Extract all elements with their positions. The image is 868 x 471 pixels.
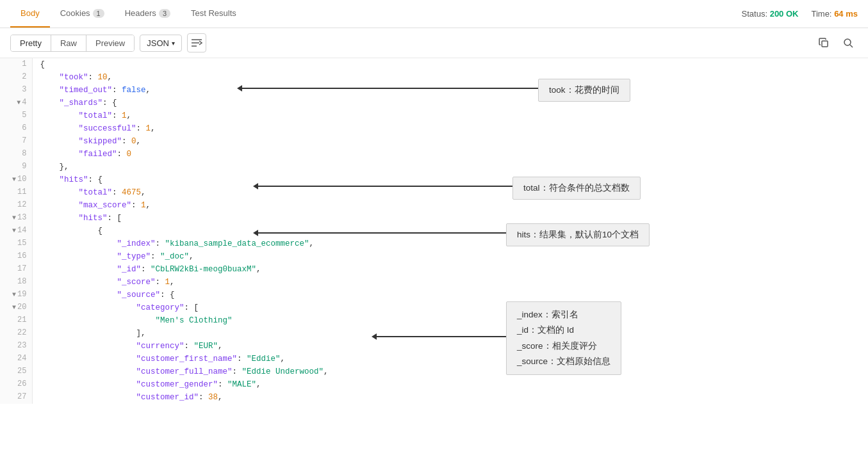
tab-body[interactable]: Body bbox=[10, 0, 50, 28]
line-content: "_index": "kibana_sample_data_ecommerce"… bbox=[32, 237, 868, 250]
line-number: ▼19 bbox=[0, 289, 32, 301]
copy-icon bbox=[819, 38, 829, 48]
line-content: "_type": "_doc", bbox=[32, 250, 868, 263]
line-content: }, bbox=[32, 161, 868, 173]
tab-headers[interactable]: Headers 3 bbox=[115, 0, 181, 28]
code-table: 1{2 "took": 10,3 "timed_out": false,▼4 "… bbox=[0, 58, 868, 404]
line-number: 12 bbox=[0, 199, 32, 212]
line-number: 11 bbox=[0, 186, 32, 199]
tab-cookies-label: Cookies bbox=[60, 8, 90, 18]
collapse-arrow[interactable]: ▼ bbox=[12, 227, 16, 234]
status-bar: Status: 200 OK Time: 64 ms bbox=[742, 9, 858, 19]
chevron-down-icon: ▾ bbox=[172, 40, 175, 47]
line-content: "failed": 0 bbox=[32, 148, 868, 161]
svg-point-4 bbox=[844, 39, 851, 45]
line-content: "_score": 1, bbox=[32, 276, 868, 289]
line-number: 5 bbox=[0, 109, 32, 122]
line-content: "_shards": { bbox=[32, 97, 868, 109]
line-number: 2 bbox=[0, 71, 32, 84]
collapse-arrow[interactable]: ▼ bbox=[12, 291, 16, 298]
line-content: ], bbox=[32, 327, 868, 340]
tab-bar: Body Cookies 1 Headers 3 Test Results St… bbox=[0, 0, 868, 28]
line-number: 17 bbox=[0, 263, 32, 276]
line-number: 1 bbox=[0, 58, 32, 71]
wrap-button[interactable] bbox=[187, 33, 206, 52]
time-value: 64 ms bbox=[834, 9, 858, 19]
line-number: 24 bbox=[0, 353, 32, 365]
table-row: 16 "_type": "_doc", bbox=[0, 250, 868, 263]
line-number: 18 bbox=[0, 276, 32, 289]
app-container: Body Cookies 1 Headers 3 Test Results St… bbox=[0, 0, 868, 471]
table-row: 5 "total": 1, bbox=[0, 109, 868, 122]
format-select[interactable]: JSON ▾ bbox=[140, 35, 182, 52]
wrap-icon bbox=[191, 38, 202, 47]
raw-button[interactable]: Raw bbox=[51, 35, 86, 51]
headers-badge: 3 bbox=[159, 9, 170, 18]
main-content: 1{2 "took": 10,3 "timed_out": false,▼4 "… bbox=[0, 58, 868, 471]
status-value: 200 OK bbox=[770, 9, 799, 19]
tab-test-results[interactable]: Test Results bbox=[181, 0, 247, 28]
line-number: 21 bbox=[0, 314, 32, 327]
collapse-arrow[interactable]: ▼ bbox=[12, 304, 16, 311]
table-row: 24 "customer_first_name": "Eddie", bbox=[0, 353, 868, 365]
search-button[interactable] bbox=[839, 33, 858, 52]
time-label: Time: bbox=[811, 9, 831, 19]
preview-button[interactable]: Preview bbox=[86, 35, 134, 51]
tab-test-results-label: Test Results bbox=[191, 8, 236, 18]
table-row: 22 ], bbox=[0, 327, 868, 340]
status-label: Status: bbox=[742, 9, 767, 19]
line-number: 27 bbox=[0, 391, 32, 404]
line-content: "successful": 1, bbox=[32, 122, 868, 135]
line-number: 15 bbox=[0, 237, 32, 250]
table-row: ▼20 "category": [ bbox=[0, 301, 868, 314]
table-row: 15 "_index": "kibana_sample_data_ecommer… bbox=[0, 237, 868, 250]
table-row: 8 "failed": 0 bbox=[0, 148, 868, 161]
copy-button[interactable] bbox=[814, 33, 833, 52]
line-content: "Men's Clothing" bbox=[32, 314, 868, 327]
line-content: "customer_first_name": "Eddie", bbox=[32, 353, 868, 365]
line-number: 26 bbox=[0, 378, 32, 391]
collapse-arrow[interactable]: ▼ bbox=[17, 99, 20, 106]
table-row: 18 "_score": 1, bbox=[0, 276, 868, 289]
table-row: 7 "skipped": 0, bbox=[0, 135, 868, 148]
line-content: "_source": { bbox=[32, 289, 868, 301]
search-icon bbox=[843, 38, 853, 48]
table-row: 3 "timed_out": false, bbox=[0, 84, 868, 97]
collapse-arrow[interactable]: ▼ bbox=[12, 176, 16, 183]
line-content: "customer_id": 38, bbox=[32, 391, 868, 404]
tab-cookies[interactable]: Cookies 1 bbox=[50, 0, 115, 28]
table-row: 12 "max_score": 1, bbox=[0, 199, 868, 212]
line-number: 9 bbox=[0, 161, 32, 173]
line-number: 6 bbox=[0, 122, 32, 135]
table-row: 1{ bbox=[0, 58, 868, 71]
table-row: 17 "_id": "CbLRW2kBi-meog0buaxM", bbox=[0, 263, 868, 276]
line-content: "customer_gender": "MALE", bbox=[32, 378, 868, 391]
view-mode-group: Pretty Raw Preview bbox=[10, 35, 135, 52]
line-number: ▼20 bbox=[0, 301, 32, 314]
line-content: "hits": [ bbox=[32, 212, 868, 225]
line-content: "max_score": 1, bbox=[32, 199, 868, 212]
svg-line-5 bbox=[850, 45, 853, 47]
table-row: ▼19 "_source": { bbox=[0, 289, 868, 301]
line-number: ▼13 bbox=[0, 212, 32, 225]
line-number: 23 bbox=[0, 340, 32, 353]
code-panel[interactable]: 1{2 "took": 10,3 "timed_out": false,▼4 "… bbox=[0, 58, 868, 471]
table-row: ▼14 { bbox=[0, 225, 868, 237]
line-content: "total": 4675, bbox=[32, 186, 868, 199]
tab-bar-left: Body Cookies 1 Headers 3 Test Results bbox=[10, 0, 247, 28]
collapse-arrow[interactable]: ▼ bbox=[12, 214, 16, 221]
line-content: "total": 1, bbox=[32, 109, 868, 122]
table-row: ▼4 "_shards": { bbox=[0, 97, 868, 109]
line-content: "currency": "EUR", bbox=[32, 340, 868, 353]
pretty-button[interactable]: Pretty bbox=[11, 35, 51, 51]
table-row: 23 "currency": "EUR", bbox=[0, 340, 868, 353]
line-number: ▼4 bbox=[0, 97, 32, 109]
table-row: 26 "customer_gender": "MALE", bbox=[0, 378, 868, 391]
table-row: 6 "successful": 1, bbox=[0, 122, 868, 135]
line-content: { bbox=[32, 225, 868, 237]
line-number: 7 bbox=[0, 135, 32, 148]
table-row: 9 }, bbox=[0, 161, 868, 173]
table-row: ▼13 "hits": [ bbox=[0, 212, 868, 225]
toolbar: Pretty Raw Preview JSON ▾ bbox=[0, 28, 868, 58]
format-label: JSON bbox=[147, 38, 169, 48]
